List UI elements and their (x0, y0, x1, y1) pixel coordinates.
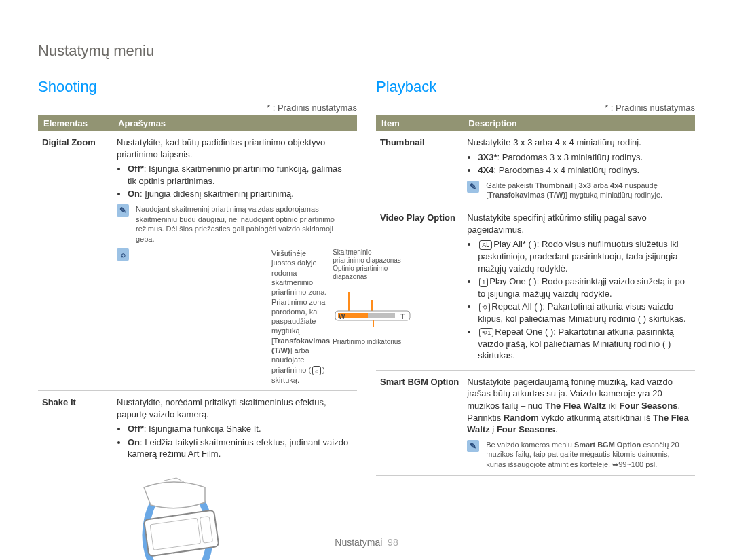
si-on-label: On (128, 437, 140, 447)
default-note-left: * : Pradinis nustatymas (38, 102, 357, 113)
desc-video-play: Nustatykite specifinį atkūrimo stilių pa… (463, 206, 695, 371)
col-header-item-r: Item (376, 115, 463, 131)
col-header-item: Elementas (38, 115, 113, 131)
si-off-text: : Išjungiama funkcija Shake It. (144, 424, 261, 434)
dz-off-label: Off* (128, 164, 144, 174)
bgmn-a: Be vaizdo kameros meniu (486, 441, 574, 449)
play-all-icon: AⅬ (479, 240, 492, 250)
shooting-table: Elementas Aprašymas Digital Zoom Nustaty… (38, 115, 357, 560)
desc-thumbnail: Nustatykite 3 x 3 arba 4 x 4 miniatiūrų … (463, 131, 695, 206)
thn-i: ] mygtuką miniatiūrų rodinyje. (565, 191, 662, 199)
dz-note1: Naudojant skaitmeninį priartinimą vaizda… (136, 204, 353, 244)
vp-b2: 1Play One ( ): Rodo pasirinktąjį vaizdo … (478, 276, 691, 299)
repeat-one-icon: ⟲1 (479, 328, 493, 337)
playback-table: Item Description Thumbnail Nustatykite 3… (376, 115, 695, 476)
vp-item: Video Play Option (380, 212, 455, 223)
bgm-g: vykdo atkūrimą atsitiktinai iš (539, 413, 653, 423)
si-off-label: Off* (128, 424, 144, 434)
si-intro: Nustatykite, norėdami pritaikyti skaitme… (117, 396, 353, 420)
si-on-text: : Leidžia taikyti skaitmeninius efektus,… (128, 437, 348, 460)
thn-h: Transfokavimas (T/W) (488, 191, 565, 199)
shooting-section: Shooting * : Pradinis nustatymas Element… (38, 78, 357, 560)
note-icon: ✎ (117, 204, 129, 217)
svg-text:W: W (339, 313, 345, 320)
bgm-note: Be vaizdo kameros meniu Smart BGM Option… (486, 440, 691, 470)
note-icon: ✎ (467, 440, 479, 452)
zb-l6: priartinimo ( (271, 366, 311, 374)
desc-shake-it: Nustatykite, norėdami pritaikyti skaitme… (113, 391, 357, 560)
vp-b1: AⅬPlay All* ( ): Rodo visus nufilmuotus … (478, 238, 691, 274)
zb-l5c: (T/W) (271, 346, 290, 354)
playback-section: Playback * : Pradinis nustatymas Item De… (376, 78, 695, 560)
th-b1b: : Parodomas 3 x 3 miniatiūrų rodinys. (497, 152, 643, 162)
thn-b: Thumbnail (535, 181, 573, 189)
thn-c: į (573, 181, 579, 189)
vp-b4: ⟲1Repeat One ( ): Pakartotinai atkuria p… (478, 326, 691, 362)
dz-on-label: On (128, 189, 140, 199)
footer-page: 98 (388, 537, 398, 548)
bgm-c: iki (606, 400, 620, 411)
desc-digital-zoom: Nustatykite, kad būtų padidintas priarti… (113, 131, 357, 391)
bgm-f: Random (504, 413, 539, 423)
thn-d: 3x3 (579, 181, 591, 189)
bgm-intro: Nustatykite pageidaujamą foninę muziką, … (467, 376, 691, 436)
magnifier-icon: ⌕ (117, 248, 129, 261)
thn-f: 4x4 (610, 181, 622, 189)
dz-on-text: : Įjungia didesnį skaitmeninį priartinim… (140, 189, 294, 199)
bgm-i: į (490, 424, 497, 434)
item-thumbnail: Thumbnail (376, 131, 463, 206)
footer-label: Nustatymai (335, 537, 382, 548)
bgm-j: Four Seasons (497, 424, 555, 434)
bgm-k: . (555, 424, 558, 434)
page-footer: Nustatymai 98 (0, 537, 733, 548)
thn-e: arba (591, 181, 610, 189)
zb-l5b: Transfokavimas (274, 337, 330, 345)
dz-intro: Nustatykite, kad būtų padidintas priarti… (117, 136, 353, 160)
desc-smart-bgm: Nustatykite pageidaujamą foninę muziką, … (463, 370, 695, 475)
note-icon: ✎ (467, 181, 479, 193)
thn-a: Galite pakeisti (486, 181, 535, 189)
th-intro: Nustatykite 3 x 3 arba 4 x 4 miniatiūrų … (467, 136, 691, 149)
th-b2b: : Parodomas 4 x 4 miniatiūrų rodinys. (493, 165, 639, 175)
bgm-b: The Flea Waltz (545, 400, 606, 411)
zb-l1: Viršutinėje juostos dalyje (271, 249, 317, 267)
bgm-d: Four Seasons (620, 400, 678, 411)
col-header-desc: Aprašymas (113, 115, 357, 131)
th-b1a: 3X3* (478, 152, 497, 162)
default-note-right: * : Pradinis nustatymas (376, 102, 695, 113)
playback-title: Playback (376, 78, 695, 96)
item-video-play: Video Play Option (376, 206, 463, 371)
zb-l2: rodoma skaitmeninio priartinimo (271, 269, 313, 297)
zoom-inline-icon: ⌕ (312, 366, 321, 375)
repeat-all-icon: ⟲ (479, 303, 490, 312)
shooting-title: Shooting (38, 78, 357, 96)
vp-intro: Nustatykite specifinį atkūrimo stilių pa… (467, 212, 691, 236)
play-one-icon: 1 (479, 278, 488, 287)
col-header-desc-r: Description (463, 115, 695, 131)
th-b2a: 4X4 (478, 165, 493, 175)
item-digital-zoom: Digital Zoom (38, 131, 113, 391)
item-shake-it: Shake It (38, 391, 113, 560)
th-note: Galite pakeisti Thumbnail į 3x3 arba 4x4… (486, 181, 691, 201)
vp-b3: ⟲Repeat All ( ): Pakartotinai atkuria vi… (478, 301, 691, 324)
dz-off-text: : Išjungia skaitmeninio priartinimo funk… (128, 164, 342, 186)
bgmn-b: Smart BGM Option (574, 441, 641, 449)
zb-l4: parodoma, kai paspaudžiate (271, 307, 319, 325)
item-smart-bgm: Smart BGM Option (376, 370, 463, 475)
breadcrumb: Nustatymų meniu (38, 42, 695, 64)
